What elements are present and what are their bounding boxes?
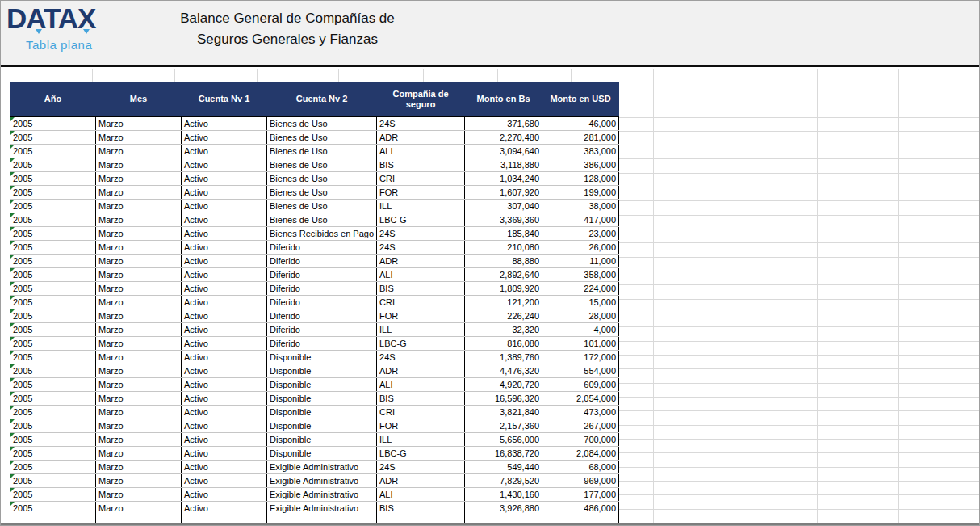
cell-mes[interactable]: Marzo bbox=[96, 323, 182, 337]
cell-compania[interactable]: FOR bbox=[377, 186, 465, 200]
cell-cuenta-nv2[interactable]: Diferido bbox=[267, 255, 377, 268]
cell-cuenta-nv1[interactable]: Activo bbox=[182, 241, 267, 255]
cell-mes[interactable]: Marzo bbox=[96, 378, 182, 392]
cell-ano[interactable]: 2005 bbox=[10, 131, 96, 145]
cell-compania[interactable]: 24S bbox=[377, 117, 465, 131]
cell-cuenta-nv2[interactable]: Exigible Administrativo bbox=[267, 461, 377, 474]
cell-compania[interactable]: ALI bbox=[377, 268, 465, 282]
cell-monto-usd[interactable]: 417,000 bbox=[542, 213, 619, 227]
cell-mes[interactable]: Marzo bbox=[96, 392, 182, 406]
cell-monto-usd[interactable]: 700,000 bbox=[542, 433, 619, 447]
cell-mes[interactable]: Marzo bbox=[96, 186, 182, 200]
cell-compania[interactable]: BIS bbox=[377, 392, 465, 406]
cell-monto-usd[interactable]: 11,000 bbox=[542, 255, 619, 268]
cell-cuenta-nv2[interactable]: Diferido bbox=[267, 282, 377, 296]
cell-ano[interactable]: 2005 bbox=[10, 186, 96, 200]
cell-cuenta-nv1[interactable]: Activo bbox=[182, 296, 267, 309]
cell-cuenta-nv2[interactable]: Disponible bbox=[267, 447, 377, 461]
cell-cuenta-nv1[interactable]: Activo bbox=[182, 502, 267, 515]
cell-cuenta-nv2[interactable]: Diferido bbox=[267, 309, 377, 323]
cell-mes[interactable]: Marzo bbox=[96, 145, 182, 158]
cell-compania[interactable]: CRI bbox=[377, 172, 465, 186]
cell-compania[interactable]: 24S bbox=[377, 227, 465, 241]
cell-ano[interactable]: 2005 bbox=[10, 447, 96, 461]
cell-monto-bs[interactable]: 3,094,640 bbox=[465, 145, 542, 158]
cell-ano[interactable]: 2005 bbox=[10, 502, 96, 515]
cell-cuenta-nv1[interactable]: Activo bbox=[182, 378, 267, 392]
cell-cuenta-nv2[interactable]: Bienes de Uso bbox=[267, 213, 377, 227]
cell-cuenta-nv1[interactable]: Activo bbox=[182, 268, 267, 282]
cell-mes[interactable]: Marzo bbox=[96, 255, 182, 268]
cell-compania[interactable]: BIS bbox=[377, 502, 465, 515]
cell-monto-bs[interactable]: 185,840 bbox=[465, 227, 542, 241]
cell-ano[interactable]: 2005 bbox=[10, 268, 96, 282]
cell-ano[interactable]: 2005 bbox=[10, 474, 96, 488]
cell-monto-bs[interactable]: 5,656,000 bbox=[465, 433, 542, 447]
cell-compania[interactable]: ILL bbox=[377, 433, 465, 447]
cell-ano[interactable]: 2005 bbox=[10, 172, 96, 186]
cell-compania[interactable]: ALI bbox=[377, 145, 465, 158]
cell-cuenta-nv2[interactable]: Disponible bbox=[267, 419, 377, 433]
cell-monto-bs[interactable]: 3,821,840 bbox=[465, 406, 542, 419]
column-header-mes[interactable]: Mes bbox=[96, 82, 182, 117]
cell-compania[interactable]: ALI bbox=[377, 488, 465, 502]
cell-cuenta-nv2[interactable]: Diferido bbox=[267, 296, 377, 309]
cell-monto-bs[interactable]: 7,829,520 bbox=[465, 474, 542, 488]
column-header-monto-bs[interactable]: Monto en Bs bbox=[465, 82, 542, 117]
cell-ano[interactable]: 2005 bbox=[10, 227, 96, 241]
cell-monto-bs[interactable]: 3,369,360 bbox=[465, 213, 542, 227]
cell-ano[interactable]: 2005 bbox=[10, 309, 96, 323]
cell-monto-bs[interactable]: 549,440 bbox=[465, 461, 542, 474]
cell-mes[interactable]: Marzo bbox=[96, 309, 182, 323]
cell-compania[interactable]: LBC-G bbox=[377, 447, 465, 461]
cell-compania[interactable]: ILL bbox=[377, 323, 465, 337]
cell-mes[interactable]: Marzo bbox=[96, 131, 182, 145]
cell-cuenta-nv1[interactable]: Activo bbox=[182, 406, 267, 419]
cell-cuenta-nv2[interactable]: Bienes de Uso bbox=[267, 186, 377, 200]
cell-cuenta-nv2[interactable]: Disponible bbox=[267, 406, 377, 419]
cell-cuenta-nv1[interactable]: Activo bbox=[182, 255, 267, 268]
cell-monto-bs[interactable]: 371,680 bbox=[465, 117, 542, 131]
cell-compania[interactable]: CRI bbox=[377, 406, 465, 419]
cell-compania[interactable]: CRI bbox=[377, 296, 465, 309]
cell-ano[interactable]: 2005 bbox=[10, 406, 96, 419]
cell-ano[interactable]: 2005 bbox=[10, 337, 96, 351]
cell-cuenta-nv2[interactable]: Exigible Administrativo bbox=[267, 474, 377, 488]
cell-cuenta-nv1[interactable]: Activo bbox=[182, 474, 267, 488]
cell-cuenta-nv1[interactable]: Activo bbox=[182, 323, 267, 337]
cell-cuenta-nv2[interactable]: Diferido bbox=[267, 241, 377, 255]
cell-monto-bs[interactable]: 1,607,920 bbox=[465, 186, 542, 200]
cell-cuenta-nv2[interactable]: Diferido bbox=[267, 337, 377, 351]
cell-cuenta-nv2[interactable]: Disponible bbox=[267, 364, 377, 378]
cell-cuenta-nv1[interactable]: Activo bbox=[182, 419, 267, 433]
cell-ano[interactable]: 2005 bbox=[10, 200, 96, 213]
cell-ano[interactable]: 2005 bbox=[10, 351, 96, 364]
cell-compania[interactable]: BIS bbox=[377, 282, 465, 296]
cell-cuenta-nv1[interactable]: Activo bbox=[182, 447, 267, 461]
cell-cuenta-nv1[interactable]: Activo bbox=[182, 337, 267, 351]
cell-cuenta-nv2[interactable]: Bienes de Uso bbox=[267, 145, 377, 158]
cell-monto-bs[interactable]: 3,926,880 bbox=[465, 502, 542, 515]
cell-compania[interactable]: ADR bbox=[377, 474, 465, 488]
cell-monto-bs[interactable]: 121,200 bbox=[465, 296, 542, 309]
cell-compania[interactable]: BIS bbox=[377, 158, 465, 172]
cell-compania[interactable]: ALI bbox=[377, 378, 465, 392]
cell-monto-bs[interactable]: 816,080 bbox=[465, 337, 542, 351]
cell-monto-bs[interactable]: 1,430,160 bbox=[465, 488, 542, 502]
cell-monto-bs[interactable]: 32,320 bbox=[465, 323, 542, 337]
cell-monto-usd[interactable]: 609,000 bbox=[542, 378, 619, 392]
cell-monto-usd[interactable]: 486,000 bbox=[542, 502, 619, 515]
cell-monto-usd[interactable]: 2,084,000 bbox=[542, 447, 619, 461]
cell-mes[interactable]: Marzo bbox=[96, 447, 182, 461]
cell-compania[interactable]: ADR bbox=[377, 364, 465, 378]
cell-cuenta-nv2[interactable]: Exigible Administrativo bbox=[267, 502, 377, 515]
cell-cuenta-nv2[interactable]: Bienes Recibidos en Pago bbox=[267, 227, 377, 241]
cell-monto-usd[interactable]: 224,000 bbox=[542, 282, 619, 296]
cell-ano[interactable]: 2005 bbox=[10, 419, 96, 433]
cell-ano[interactable]: 2005 bbox=[10, 145, 96, 158]
cell-monto-bs[interactable]: 1,389,760 bbox=[465, 351, 542, 364]
column-header-monto-usd[interactable]: Monto en USD bbox=[542, 82, 619, 117]
cell-ano[interactable]: 2005 bbox=[10, 488, 96, 502]
cell-monto-usd[interactable]: 199,000 bbox=[542, 186, 619, 200]
cell-mes[interactable]: Marzo bbox=[96, 227, 182, 241]
